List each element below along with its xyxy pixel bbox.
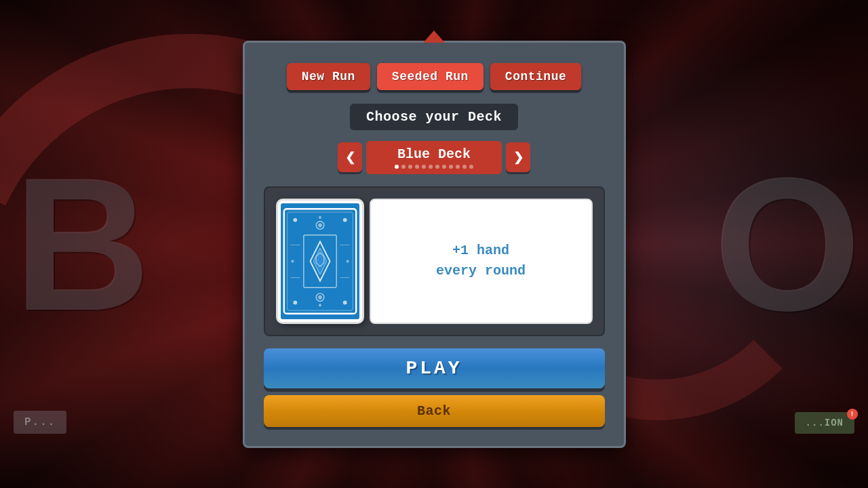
deck-dots (366, 165, 502, 171)
modal-dialog: New Run Seeded Run Continue Choose your … (243, 41, 626, 448)
deck-dot-2 (408, 165, 412, 169)
svg-point-13 (318, 295, 322, 299)
deck-name-box: Blue Deck (366, 141, 502, 174)
deck-prev-button[interactable]: ❮ (338, 142, 362, 172)
deck-dot-4 (422, 165, 426, 169)
card-area: +1 handevery round (264, 186, 605, 336)
play-button[interactable]: PLAY (264, 348, 605, 388)
notification-dot: ! (847, 409, 858, 420)
deck-dot-7 (442, 165, 446, 169)
back-button[interactable]: Back (264, 395, 605, 427)
deck-name: Blue Deck (366, 146, 502, 162)
choose-deck-label: Choose your Deck (264, 104, 605, 130)
deck-dot-1 (401, 165, 406, 169)
bottom-right-overlay: ...ION ! (795, 412, 854, 434)
deck-dot-6 (435, 165, 439, 169)
deck-dot-10 (462, 165, 467, 169)
deck-dot-9 (456, 165, 460, 169)
card-face (278, 201, 362, 322)
deck-dot-5 (429, 165, 433, 169)
deck-dot-0 (395, 165, 399, 169)
info-text: +1 handevery round (436, 241, 526, 281)
nav-buttons: New Run Seeded Run Continue (264, 63, 605, 90)
svg-point-18 (319, 216, 321, 218)
svg-point-19 (319, 304, 321, 306)
info-box: +1 handevery round (370, 199, 593, 324)
deck-next-button[interactable]: ❯ (506, 142, 530, 172)
continue-button[interactable]: Continue (490, 63, 581, 90)
playing-card (276, 199, 364, 324)
svg-point-11 (318, 223, 322, 227)
new-run-button[interactable]: New Run (287, 63, 370, 90)
deck-selector: ❮ Blue Deck ❯ (264, 141, 605, 174)
svg-point-20 (291, 260, 294, 262)
seeded-run-button[interactable]: Seeded Run (377, 63, 484, 90)
plus1-text: +1 (452, 243, 469, 258)
deck-dot-3 (415, 165, 419, 169)
bottom-left-overlay: P... (14, 411, 66, 434)
deck-dot-8 (449, 165, 453, 169)
deck-dot-11 (469, 165, 473, 169)
svg-point-7 (342, 218, 347, 222)
svg-point-6 (293, 218, 297, 222)
svg-point-21 (346, 260, 349, 262)
svg-point-8 (293, 300, 297, 304)
svg-point-9 (342, 300, 347, 304)
